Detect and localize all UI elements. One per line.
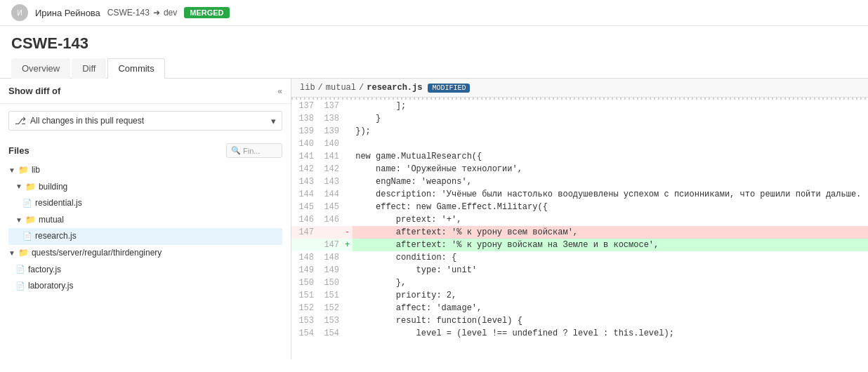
line-marker [342, 150, 353, 163]
line-num-left: 150 [291, 277, 317, 289]
tree-item-building[interactable]: ▼ 📁 building [8, 179, 282, 196]
line-content: priority: 2, [353, 289, 868, 302]
line-num-left [291, 239, 317, 251]
tree-item-factory[interactable]: 📄 factory.js [8, 262, 282, 279]
folder-icon: 📁 [18, 246, 29, 261]
files-search[interactable]: 🔍 Fin... [226, 143, 282, 158]
diff-selector-text: All changes in this pull request [30, 116, 267, 126]
pr-icon: ⎇ [15, 115, 26, 126]
table-row: 139139}); [291, 125, 868, 138]
tab-overview[interactable]: Overview [11, 58, 70, 79]
tree-item-quests[interactable]: ▼ 📁 quests/server/regular/thirdenginery [8, 245, 282, 262]
folder-icon: 📁 [18, 163, 29, 178]
line-num-right: 147 [317, 239, 342, 251]
collapse-icon[interactable]: « [277, 86, 282, 96]
line-content: effect: new Game.Effect.Military({ [353, 201, 868, 213]
line-num-right: 152 [317, 302, 342, 314]
path-sep2: / [359, 83, 364, 93]
line-num-right: 140 [317, 138, 342, 150]
diff-view: lib / mutual / research.js MODIFIED 1371… [291, 79, 868, 359]
table-row: 148148 condition: { [291, 251, 868, 264]
line-marker [342, 125, 353, 138]
sidebar: Show diff of « ⎇ All changes in this pul… [0, 79, 291, 359]
line-content: } [353, 112, 868, 125]
arrow-icon: ➜ [153, 8, 160, 18]
line-content: pretext: '+', [353, 213, 868, 226]
tab-diff[interactable]: Diff [72, 58, 106, 79]
table-row: 151151 priority: 2, [291, 289, 868, 302]
line-num-right: 151 [317, 289, 342, 302]
tree-item-research[interactable]: 📄 research.js [8, 228, 282, 245]
line-num-left: 148 [291, 251, 317, 264]
diff-file-name: research.js [367, 83, 422, 93]
line-num-right: 139 [317, 125, 342, 138]
table-row: 145145 effect: new Game.Effect.Military(… [291, 201, 868, 213]
line-marker [342, 251, 353, 264]
line-marker [342, 314, 353, 327]
line-content: aftertext: '% к урону всем войскам', [353, 226, 868, 239]
line-num-right: 144 [317, 188, 342, 201]
line-num-right: 146 [317, 213, 342, 226]
tree-item-residential[interactable]: 📄 residential.js [8, 195, 282, 212]
tree-label-residential: residential.js [35, 196, 82, 211]
file-tree: ▼ 📁 lib ▼ 📁 building 📄 residential.js [8, 162, 282, 295]
tree-label-laboratory: laboratory.js [28, 279, 73, 294]
line-marker [342, 264, 353, 277]
line-num-left: 153 [291, 314, 317, 327]
user-name: Ирина Рейнова [35, 8, 100, 18]
tree-item-laboratory[interactable]: 📄 laboratory.js [8, 278, 282, 295]
line-content: condition: { [353, 251, 868, 264]
table-row: 147- aftertext: '% к урону всем войскам'… [291, 226, 868, 239]
diff-table: 137137 ];138138 }139139});140140141141ne… [291, 100, 868, 340]
line-marker [342, 138, 353, 150]
path-lib: lib [300, 83, 315, 93]
tree-label-factory: factory.js [28, 263, 61, 278]
line-content: level = (level !== undefined ? level : t… [353, 327, 868, 340]
line-marker [342, 100, 353, 112]
line-marker [342, 175, 353, 188]
tree-label-quests: quests/server/regular/thirdenginery [32, 246, 162, 261]
line-content: }, [353, 277, 868, 289]
line-content: ]; [353, 100, 868, 112]
line-num-left: 143 [291, 175, 317, 188]
table-row: 138138 } [291, 112, 868, 125]
chevron-icon: ▼ [8, 247, 15, 260]
line-content: type: 'unit' [353, 264, 868, 277]
line-content: engName: 'weapons', [353, 175, 868, 188]
branch-flow: CSWE-143 ➜ dev [107, 8, 177, 18]
line-content: }); [353, 125, 868, 138]
line-num-right: 142 [317, 163, 342, 175]
folder-icon: 📁 [25, 180, 36, 195]
chevron-icon: ▼ [8, 164, 15, 177]
diff-selector[interactable]: ⎇ All changes in this pull request ▾ [8, 111, 282, 131]
chevron-icon: ▼ [15, 180, 22, 193]
tree-item-lib[interactable]: ▼ 📁 lib [8, 162, 282, 179]
line-num-left: 142 [291, 163, 317, 175]
line-marker: + [342, 239, 353, 251]
line-num-left: 151 [291, 289, 317, 302]
table-row: 153153 result: function(level) { [291, 314, 868, 327]
table-row: 154154 level = (level !== undefined ? le… [291, 327, 868, 340]
line-num-right [317, 226, 342, 239]
tab-commits[interactable]: Commits [107, 58, 164, 79]
line-marker [342, 302, 353, 314]
line-marker [342, 188, 353, 201]
diff-file-header: lib / mutual / research.js MODIFIED [291, 79, 868, 98]
table-row: 140140 [291, 138, 868, 150]
table-row: 143143 engName: 'weapons', [291, 175, 868, 188]
sidebar-header: Show diff of « [0, 79, 291, 104]
line-content: name: 'Оружейные технологии', [353, 163, 868, 175]
tree-item-mutual[interactable]: ▼ 📁 mutual [8, 212, 282, 229]
folder-icon: 📁 [25, 213, 36, 228]
line-num-right: 141 [317, 150, 342, 163]
line-num-left: 144 [291, 188, 317, 201]
search-placeholder: Fin... [243, 147, 260, 155]
line-content: result: function(level) { [353, 314, 868, 327]
chevron-down-icon: ▾ [271, 116, 276, 126]
table-row: 144144 description: 'Учёные были настоль… [291, 188, 868, 201]
line-num-right: 154 [317, 327, 342, 340]
main-layout: Show diff of « ⎇ All changes in this pul… [0, 79, 868, 359]
tree-label-mutual: mutual [39, 213, 64, 228]
table-row: 141141new game.MutualResearch({ [291, 150, 868, 163]
line-num-left: 149 [291, 264, 317, 277]
